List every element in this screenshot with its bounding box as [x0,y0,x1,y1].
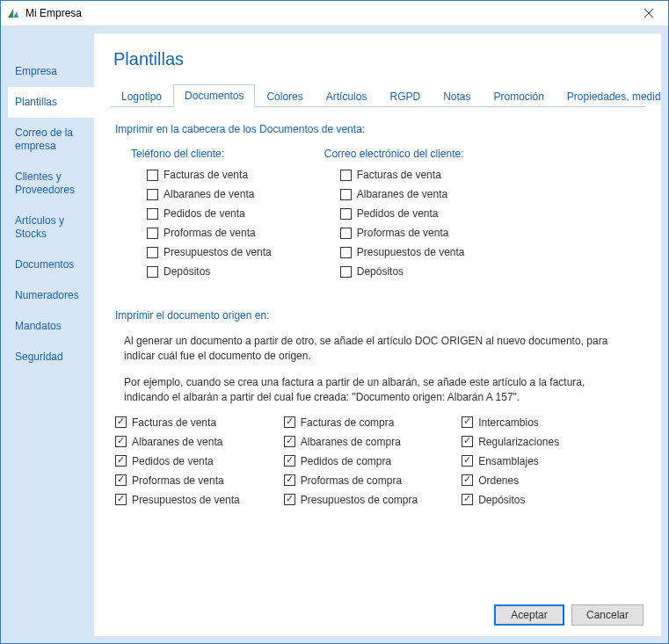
checkbox-label: Presupuestos de compra [301,494,418,506]
checkbox-row: Proformas de venta [147,227,272,239]
tab-label: Propiedades, medidas y cajas [567,90,661,103]
sidebar-item-mandatos[interactable]: Mandatos [8,311,94,342]
checkbox[interactable] [284,455,295,467]
sidebar-item-label: Seguridad [15,351,63,363]
sidebar-item-label: Numeradores [15,289,79,301]
checkbox[interactable] [284,416,295,428]
checkbox[interactable] [147,228,158,239]
checkbox[interactable] [115,494,127,505]
checkbox-label: Albaranes de venta [132,436,222,448]
checkbox[interactable] [284,474,295,486]
checkbox[interactable] [147,170,158,181]
svg-marker-1 [13,11,18,18]
checkbox[interactable] [340,208,352,220]
checkbox-row: Pedidos de compra [284,455,418,467]
origin-explain-2: Por ejemplo, cuando se crea una factura … [124,375,616,406]
checkbox-label: Facturas de compra [301,416,395,429]
checkbox[interactable] [340,189,352,200]
origin-options: Facturas de venta Albaranes de venta Ped… [115,416,640,513]
checkbox-row: Presupuestos de compra [284,494,418,506]
checkbox-row: Pedidos de venta [340,207,465,220]
sidebar-item-plantillas[interactable]: Plantillas [8,87,94,118]
checkbox-row: Facturas de venta [340,169,465,181]
sidebar-item-empresa[interactable]: Empresa [8,56,94,87]
sidebar-item-documentos[interactable]: Documentos [8,250,94,280]
tabs: Logotipo Documentos Colores Artículos RG… [110,83,645,107]
checkbox-label: Regularizaciones [478,436,559,448]
checkbox-label: Facturas de venta [357,169,441,181]
checkbox[interactable] [340,266,352,278]
dialog-footer: Aceptar Cancelar [110,596,645,627]
checkbox-label: Pedidos de compra [301,455,391,467]
checkbox-label: Proformas de venta [357,227,449,239]
checkbox-row: Intercambios [462,416,559,429]
section-origin: Imprimir el documento origen en: Al gene… [115,309,640,513]
sidebar-item-correo[interactable]: Correo de la empresa [8,118,94,162]
checkbox-label: Presupuestos de venta [357,246,465,258]
checkbox-row: Facturas de venta [147,169,272,181]
checkbox-label: Ordenes [478,474,519,487]
checkbox-row: Pedidos de venta [115,455,240,467]
checkbox[interactable] [115,416,127,428]
tab-colores[interactable]: Colores [255,85,314,107]
checkbox[interactable] [462,436,473,447]
tab-rgpd[interactable]: RGPD [378,85,432,107]
checkbox-label: Intercambios [478,416,539,429]
cancel-button[interactable]: Cancelar [571,604,644,626]
main-panel: Plantillas Logotipo Documentos Colores A… [94,33,661,636]
sidebar-item-label: Plantillas [15,96,57,108]
checkbox-label: Facturas de venta [132,416,216,429]
checkbox[interactable] [147,266,158,278]
checkbox[interactable] [147,247,158,258]
origin-col-3: Intercambios Regularizaciones Ensamblaje… [462,416,559,513]
checkbox-label: Pedidos de venta [357,207,439,220]
sidebar-item-label: Documentos [15,258,74,271]
sidebar: Empresa Plantillas Correo de la empresa … [8,33,94,636]
checkbox[interactable] [115,474,127,486]
checkbox[interactable] [147,208,158,220]
sidebar-item-label: Mandatos [15,320,62,332]
tab-notas[interactable]: Notas [432,85,482,107]
sidebar-item-articulos[interactable]: Artículos y Stocks [8,206,94,250]
sidebar-item-label: Clientes y Proveedores [15,170,75,196]
checkbox[interactable] [462,494,473,505]
checkbox[interactable] [115,455,127,467]
checkbox[interactable] [462,474,473,486]
checkbox-label: Ensamblajes [478,455,539,467]
checkbox[interactable] [462,416,473,428]
tab-label: Colores [266,90,302,103]
button-label: Cancelar [586,609,629,621]
checkbox[interactable] [147,189,158,200]
checkbox-label: Proformas de venta [132,474,224,487]
tab-logotipo[interactable]: Logotipo [110,85,173,107]
checkbox[interactable] [284,436,295,447]
checkbox-label: Presupuestos de venta [164,246,272,258]
checkbox-row: Albaranes de venta [147,188,272,200]
tab-label: Artículos [326,90,367,103]
checkbox[interactable] [340,247,352,258]
checkbox-row: Depósitos [340,265,465,278]
tab-label: Logotipo [121,90,162,103]
checkbox-row: Proformas de compra [284,474,418,487]
sidebar-item-label: Correo de la empresa [15,127,73,152]
checkbox-label: Facturas de venta [164,169,248,181]
checkbox[interactable] [284,494,295,505]
email-options: Facturas de venta Albaranes de venta Ped… [324,169,465,278]
checkbox[interactable] [462,455,473,467]
tab-promocion[interactable]: Promoción [483,85,556,107]
checkbox-label: Presupuestos de venta [132,494,240,506]
tab-documentos[interactable]: Documentos [173,84,255,107]
accept-button[interactable]: Aceptar [494,604,564,626]
tab-propiedades[interactable]: Propiedades, medidas y cajas [556,85,661,107]
checkbox[interactable] [115,436,127,447]
sidebar-item-clientes[interactable]: Clientes y Proveedores [8,162,94,206]
checkbox[interactable] [340,228,352,239]
close-button[interactable] [629,1,668,26]
checkbox[interactable] [340,170,352,181]
checkbox-label: Proformas de compra [301,474,402,487]
sidebar-item-seguridad[interactable]: Seguridad [8,342,94,373]
tab-articulos[interactable]: Artículos [315,85,379,107]
origin-explain-1: Al generar un documento a partir de otro… [124,334,616,365]
phone-options: Facturas de venta Albaranes de venta Ped… [131,169,272,278]
sidebar-item-numeradores[interactable]: Numeradores [8,280,94,311]
